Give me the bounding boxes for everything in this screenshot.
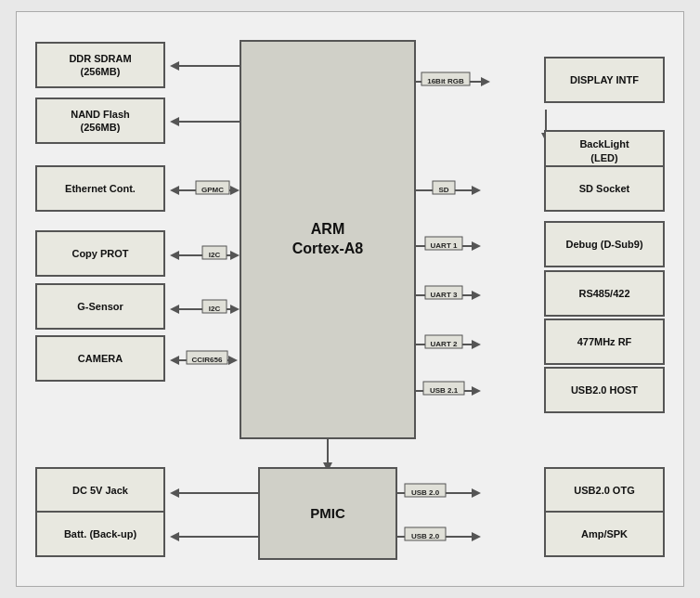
svg-text:UART 1: UART 1 xyxy=(431,241,458,250)
block-usb-otg: USB2.0 OTG xyxy=(544,467,665,514)
svg-rect-14 xyxy=(202,246,227,259)
block-nand-flash: NAND Flash (256MB) xyxy=(35,98,165,144)
block-display: DISPLAY INTF xyxy=(544,57,665,103)
svg-marker-63 xyxy=(170,488,179,498)
block-rs485: RS485/422 xyxy=(544,270,665,317)
svg-text:USB 2.0: USB 2.0 xyxy=(411,532,440,540)
svg-marker-2 xyxy=(170,61,179,71)
svg-rect-9 xyxy=(196,181,229,194)
svg-marker-23 xyxy=(170,356,179,365)
block-debug: Debug (D-Sub9) xyxy=(544,221,665,267)
svg-text:16Bit RGB: 16Bit RGB xyxy=(427,77,464,85)
svg-marker-17 xyxy=(230,305,240,314)
svg-marker-12 xyxy=(230,251,240,260)
svg-rect-29 xyxy=(421,72,470,85)
block-pmic: PMIC xyxy=(258,467,397,560)
svg-text:USB 2.1: USB 2.1 xyxy=(430,386,459,395)
block-rf: 477MHz RF xyxy=(544,318,665,365)
block-cpu: ARM Cortex-A8 xyxy=(240,40,416,439)
svg-text:SD: SD xyxy=(438,186,448,194)
svg-marker-68 xyxy=(472,488,481,498)
svg-rect-24 xyxy=(187,351,227,364)
svg-rect-70 xyxy=(405,484,446,497)
svg-marker-22 xyxy=(228,356,238,365)
svg-text:I2C: I2C xyxy=(209,305,221,313)
svg-text:I2C: I2C xyxy=(209,251,221,259)
svg-marker-49 xyxy=(472,340,481,349)
svg-text:UART 3: UART 3 xyxy=(431,291,458,299)
svg-marker-27 xyxy=(481,77,490,86)
block-usb-host: USB2.0 HOST xyxy=(544,367,665,413)
block-ddr-sdram: DDR SDRAM (256MB) xyxy=(35,42,165,88)
svg-marker-44 xyxy=(472,291,481,300)
svg-rect-36 xyxy=(433,181,455,194)
svg-marker-54 xyxy=(472,386,481,396)
svg-marker-13 xyxy=(170,251,179,260)
svg-text:UART 2: UART 2 xyxy=(431,340,458,348)
block-amp-spk: Amp/SPK xyxy=(544,511,665,557)
svg-rect-75 xyxy=(405,527,446,540)
block-dc5v: DC 5V Jack xyxy=(35,467,165,514)
svg-text:CCIR656: CCIR656 xyxy=(192,356,223,364)
svg-rect-19 xyxy=(202,300,227,313)
block-diagram: GPMC I2C I2C CCIR656 16Bit RGB xyxy=(16,11,684,587)
svg-marker-39 xyxy=(472,241,481,251)
svg-text:USB 2.0: USB 2.0 xyxy=(411,488,440,497)
svg-marker-7 xyxy=(230,186,240,195)
block-g-sensor: G-Sensor xyxy=(35,283,165,330)
svg-marker-8 xyxy=(170,186,179,195)
svg-marker-66 xyxy=(170,532,179,541)
svg-marker-34 xyxy=(472,186,481,195)
block-ethernet: Ethernet Cont. xyxy=(35,165,165,212)
svg-rect-46 xyxy=(425,286,462,299)
svg-marker-73 xyxy=(472,532,481,541)
svg-rect-56 xyxy=(423,382,464,395)
svg-marker-5 xyxy=(170,117,179,126)
block-sd-socket: SD Socket xyxy=(544,165,665,212)
svg-rect-41 xyxy=(425,237,462,250)
block-camera: CAMERA xyxy=(35,335,165,382)
block-copy-prot: Copy PROT xyxy=(35,230,165,277)
svg-marker-18 xyxy=(170,305,179,314)
svg-rect-51 xyxy=(425,335,462,348)
block-battery: Batt. (Back-up) xyxy=(35,511,165,557)
svg-text:GPMC: GPMC xyxy=(201,186,224,194)
